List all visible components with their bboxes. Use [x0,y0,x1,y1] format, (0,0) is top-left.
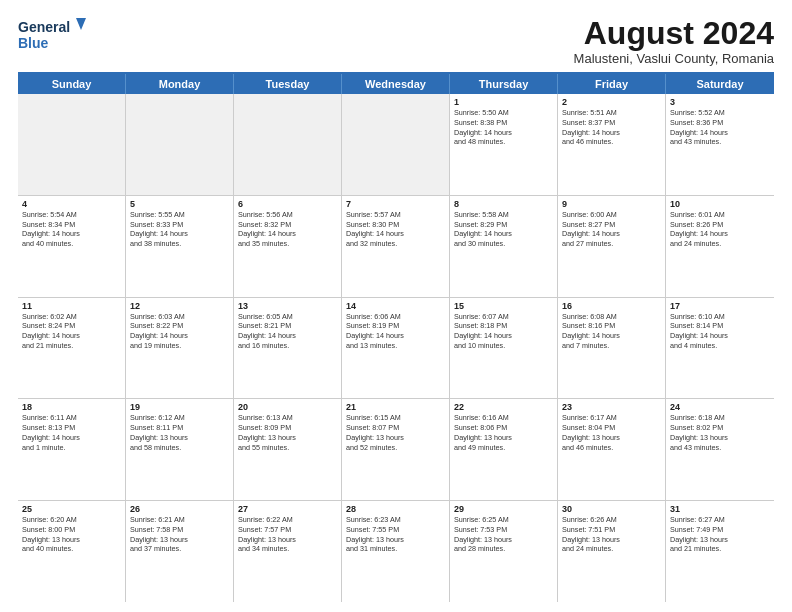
day-number: 31 [670,504,770,514]
cell-info-line: Sunset: 7:57 PM [238,525,337,535]
cell-info-line: Daylight: 14 hours [454,331,553,341]
day-number: 4 [22,199,121,209]
cell-info-line: Sunset: 8:24 PM [22,321,121,331]
header: General Blue August 2024 Malusteni, Vasl… [18,16,774,66]
cell-info-line: and 58 minutes. [130,443,229,453]
day-number: 23 [562,402,661,412]
calendar-cell: 12Sunrise: 6:03 AMSunset: 8:22 PMDayligh… [126,298,234,399]
calendar-cell: 13Sunrise: 6:05 AMSunset: 8:21 PMDayligh… [234,298,342,399]
cell-info-line: Sunset: 8:33 PM [130,220,229,230]
cell-info-line: and 46 minutes. [562,137,661,147]
cell-info-line: Sunset: 8:26 PM [670,220,770,230]
weekday-header: Monday [126,74,234,94]
cell-info-line: Daylight: 14 hours [562,128,661,138]
day-number: 28 [346,504,445,514]
cell-info-line: Daylight: 14 hours [130,331,229,341]
cell-info-line: Sunrise: 6:15 AM [346,413,445,423]
calendar-cell [126,94,234,195]
cell-info-line: Sunrise: 5:56 AM [238,210,337,220]
cell-info-line: and 43 minutes. [670,137,770,147]
cell-info-line: Sunrise: 6:03 AM [130,312,229,322]
day-number: 13 [238,301,337,311]
calendar-cell: 15Sunrise: 6:07 AMSunset: 8:18 PMDayligh… [450,298,558,399]
title-block: August 2024 Malusteni, Vaslui County, Ro… [574,16,774,66]
day-number: 6 [238,199,337,209]
cell-info-line: and 38 minutes. [130,239,229,249]
cell-info-line: Sunset: 8:04 PM [562,423,661,433]
cell-info-line: Sunset: 8:21 PM [238,321,337,331]
cell-info-line: Sunrise: 6:21 AM [130,515,229,525]
cell-info-line: Daylight: 14 hours [670,229,770,239]
day-number: 12 [130,301,229,311]
calendar-cell: 9Sunrise: 6:00 AMSunset: 8:27 PMDaylight… [558,196,666,297]
cell-info-line: and 30 minutes. [454,239,553,249]
day-number: 27 [238,504,337,514]
calendar-row: 25Sunrise: 6:20 AMSunset: 8:00 PMDayligh… [18,501,774,602]
calendar-cell: 1Sunrise: 5:50 AMSunset: 8:38 PMDaylight… [450,94,558,195]
cell-info-line: Daylight: 14 hours [346,331,445,341]
cell-info-line: Daylight: 13 hours [670,535,770,545]
cell-info-line: Sunset: 8:14 PM [670,321,770,331]
day-number: 22 [454,402,553,412]
cell-info-line: and 32 minutes. [346,239,445,249]
cell-info-line: Daylight: 14 hours [454,128,553,138]
subtitle: Malusteni, Vaslui County, Romania [574,51,774,66]
cell-info-line: Sunset: 7:53 PM [454,525,553,535]
calendar-cell: 19Sunrise: 6:12 AMSunset: 8:11 PMDayligh… [126,399,234,500]
cell-info-line: and 52 minutes. [346,443,445,453]
cell-info-line: Sunset: 8:27 PM [562,220,661,230]
day-number: 17 [670,301,770,311]
calendar-cell: 26Sunrise: 6:21 AMSunset: 7:58 PMDayligh… [126,501,234,602]
cell-info-line: Sunset: 8:02 PM [670,423,770,433]
day-number: 11 [22,301,121,311]
cell-info-line: Sunset: 8:34 PM [22,220,121,230]
calendar-cell: 25Sunrise: 6:20 AMSunset: 8:00 PMDayligh… [18,501,126,602]
weekday-header: Friday [558,74,666,94]
cell-info-line: Sunset: 8:22 PM [130,321,229,331]
calendar-row: 18Sunrise: 6:11 AMSunset: 8:13 PMDayligh… [18,399,774,501]
weekday-header: Thursday [450,74,558,94]
calendar-cell: 29Sunrise: 6:25 AMSunset: 7:53 PMDayligh… [450,501,558,602]
cell-info-line: Daylight: 13 hours [130,433,229,443]
calendar-cell [234,94,342,195]
cell-info-line: Sunset: 8:32 PM [238,220,337,230]
cell-info-line: and 43 minutes. [670,443,770,453]
cell-info-line: Sunrise: 5:52 AM [670,108,770,118]
svg-text:Blue: Blue [18,35,49,51]
calendar-header: SundayMondayTuesdayWednesdayThursdayFrid… [18,72,774,94]
cell-info-line: and 35 minutes. [238,239,337,249]
cell-info-line: Sunrise: 6:10 AM [670,312,770,322]
cell-info-line: Sunrise: 6:08 AM [562,312,661,322]
cell-info-line: Sunrise: 6:01 AM [670,210,770,220]
weekday-header: Wednesday [342,74,450,94]
day-number: 3 [670,97,770,107]
day-number: 1 [454,97,553,107]
calendar-cell: 16Sunrise: 6:08 AMSunset: 8:16 PMDayligh… [558,298,666,399]
page: General Blue August 2024 Malusteni, Vasl… [0,0,792,612]
cell-info-line: Sunrise: 5:55 AM [130,210,229,220]
cell-info-line: and 21 minutes. [22,341,121,351]
cell-info-line: and 7 minutes. [562,341,661,351]
day-number: 2 [562,97,661,107]
cell-info-line: Sunrise: 6:23 AM [346,515,445,525]
cell-info-line: and 46 minutes. [562,443,661,453]
cell-info-line: Daylight: 14 hours [238,229,337,239]
cell-info-line: Sunrise: 6:18 AM [670,413,770,423]
cell-info-line: and 13 minutes. [346,341,445,351]
cell-info-line: Sunset: 8:11 PM [130,423,229,433]
cell-info-line: Sunset: 8:13 PM [22,423,121,433]
calendar-cell: 6Sunrise: 5:56 AMSunset: 8:32 PMDaylight… [234,196,342,297]
logo-svg: General Blue [18,16,88,54]
cell-info-line: Sunrise: 6:05 AM [238,312,337,322]
cell-info-line: and 49 minutes. [454,443,553,453]
calendar-cell: 2Sunrise: 5:51 AMSunset: 8:37 PMDaylight… [558,94,666,195]
cell-info-line: Daylight: 14 hours [22,433,121,443]
cell-info-line: Sunset: 8:06 PM [454,423,553,433]
cell-info-line: Sunrise: 6:06 AM [346,312,445,322]
calendar-cell [342,94,450,195]
day-number: 8 [454,199,553,209]
cell-info-line: Sunset: 8:07 PM [346,423,445,433]
calendar-cell: 17Sunrise: 6:10 AMSunset: 8:14 PMDayligh… [666,298,774,399]
day-number: 21 [346,402,445,412]
cell-info-line: Daylight: 14 hours [346,229,445,239]
